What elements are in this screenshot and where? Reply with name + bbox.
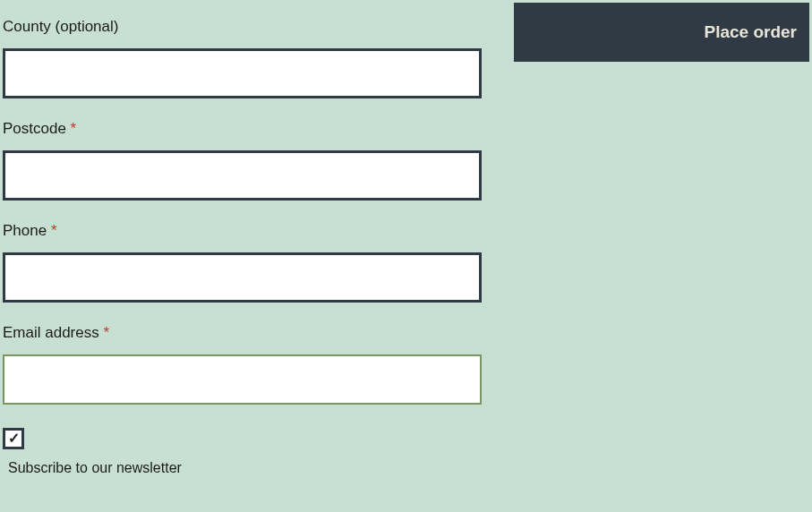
required-asterisk-icon: *	[71, 120, 77, 137]
required-asterisk-icon: *	[103, 324, 109, 341]
email-label-text: Email address	[3, 324, 103, 341]
email-input[interactable]	[3, 354, 482, 405]
postcode-label-text: Postcode	[3, 120, 71, 137]
postcode-field-group: Postcode *	[3, 120, 486, 201]
newsletter-checkbox-label: Subscribe to our newsletter	[3, 460, 486, 476]
phone-input[interactable]	[3, 252, 482, 303]
county-field-group: County (optional)	[3, 18, 486, 98]
phone-label: Phone *	[3, 222, 486, 240]
required-asterisk-icon: *	[51, 222, 57, 239]
county-optional-text: (optional)	[56, 18, 119, 35]
county-label-text: County	[3, 18, 56, 35]
newsletter-field-group: ✓ Subscribe to our newsletter	[3, 428, 486, 476]
place-order-button[interactable]: Place order	[514, 3, 809, 62]
email-label: Email address *	[3, 324, 486, 342]
county-label: County (optional)	[3, 18, 486, 36]
phone-label-text: Phone	[3, 222, 51, 239]
billing-form: County (optional) Postcode * Phone * Ema…	[3, 18, 486, 476]
phone-field-group: Phone *	[3, 222, 486, 303]
county-input[interactable]	[3, 48, 482, 98]
postcode-label: Postcode *	[3, 120, 486, 138]
newsletter-checkbox[interactable]: ✓	[3, 428, 24, 449]
email-field-group: Email address *	[3, 324, 486, 405]
postcode-input[interactable]	[3, 150, 482, 201]
